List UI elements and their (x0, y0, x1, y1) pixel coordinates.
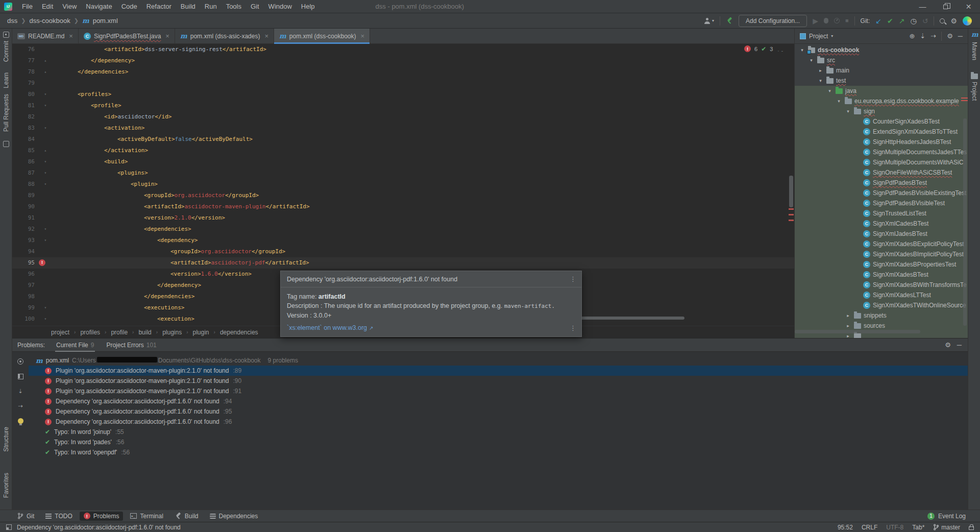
pull-requests-icon[interactable] (3, 141, 9, 147)
tab-pom-xml-dss-cookbook-[interactable]: mpom.xml (dss-cookbook)× (274, 29, 370, 43)
open-in-editor-icon[interactable] (18, 374, 23, 379)
tree-item[interactable]: ▸snippets (795, 310, 968, 321)
chevron-down-icon[interactable]: ▾ (831, 34, 833, 38)
run-icon[interactable]: ▶ (813, 17, 818, 25)
menu-window[interactable]: Window (264, 0, 297, 13)
menu-code[interactable]: Code (117, 0, 142, 13)
tree-item[interactable]: CSignMultipleDocumentsJadesTTes (795, 147, 968, 157)
editor-scrollbar[interactable] (789, 176, 793, 207)
code-line[interactable]: 92▾<dependencies> (12, 224, 794, 235)
problems-file-row[interactable]: m pom.xml C:\UsersDocuments\GitHub\dss\d… (29, 355, 968, 366)
stop-icon[interactable]: ■ (845, 18, 849, 23)
chevron-right-icon[interactable]: ▸ (845, 333, 851, 338)
add-configuration-button[interactable]: Add Configuration... (739, 15, 807, 27)
code-line[interactable]: 78▴</dependencies> (12, 66, 794, 78)
problem-row[interactable]: !Dependency 'org.asciidoctor:asciidoctor… (29, 417, 968, 427)
code-with-me-button[interactable]: ▾ (704, 18, 714, 24)
chevron-down-icon[interactable]: ▾ (836, 99, 842, 104)
sidebar-item-commit[interactable]: Commit (3, 41, 10, 62)
breadcrumb-item[interactable]: build (138, 329, 151, 336)
problem-row[interactable]: ✔Typo: In word 'pades':56 (29, 437, 968, 447)
tree-item[interactable]: CExtendSignXmlXadesBToTTest (795, 127, 968, 137)
code-line[interactable]: 94<groupId>org.asciidoctor</groupId> (12, 246, 794, 257)
fold-marker-icon[interactable]: ▾ (42, 123, 49, 134)
git-commit-check-icon[interactable]: ✔ (887, 17, 893, 25)
chevron-down-icon[interactable]: ▾ (826, 88, 833, 93)
project-tree-horizontal-scrollbar[interactable] (795, 330, 920, 333)
sidebar-item-maven[interactable]: Maven (971, 42, 978, 60)
caret-position[interactable]: 95:52 (838, 524, 853, 531)
toolwindow-button-dependencies[interactable]: Dependencies (206, 512, 262, 521)
fold-marker-icon[interactable]: ▾ (42, 100, 49, 111)
tree-item[interactable]: CSignXmlXadesLTTest (795, 290, 968, 300)
fold-marker-icon[interactable]: ▴ (42, 66, 49, 78)
close-icon[interactable]: × (264, 32, 268, 40)
code-line[interactable]: 84<activeByDefault>false</activeByDefaul… (12, 134, 794, 145)
chevron-right-icon[interactable]: ▸ (845, 323, 851, 328)
menu-run[interactable]: Run (200, 0, 222, 13)
lock-icon[interactable] (969, 526, 974, 530)
code-line[interactable]: 76<artifactId>dss-server-signing-rest</a… (12, 44, 794, 55)
menu-file[interactable]: File (17, 0, 37, 13)
sidebar-item-structure[interactable]: Structure (3, 427, 10, 452)
fold-marker-icon[interactable]: ▾ (42, 235, 49, 246)
line-separator[interactable]: CRLF (862, 524, 877, 531)
preview-eye-icon[interactable] (17, 358, 23, 365)
fold-marker-icon[interactable]: ▾ (42, 167, 49, 179)
tree-item[interactable]: CSignPdfPadesBVisibleExistingTest (795, 188, 968, 198)
restore-button[interactable] (934, 0, 957, 13)
tree-item[interactable]: ▾src (795, 55, 968, 65)
tree-item[interactable]: CSignXmlXadesBTest (795, 270, 968, 280)
menu-help[interactable]: Help (297, 0, 320, 13)
search-icon[interactable] (940, 18, 945, 23)
problem-row[interactable]: !Plugin 'org.asciidoctor:asciidoctor-mav… (29, 366, 968, 376)
tree-item[interactable]: CSignOneFileWithASiCSBTest (795, 167, 968, 178)
kebab-menu-icon[interactable]: ⋮ (570, 276, 576, 282)
profiler-icon[interactable] (834, 18, 840, 23)
tab-signpdfpadesbtest-java[interactable]: CSignPdfPadesBTest.java× (79, 29, 175, 43)
sidebar-item-learn[interactable]: Learn (3, 72, 10, 88)
error-stripe-mark[interactable] (789, 220, 794, 221)
menu-tools[interactable]: Tools (222, 0, 246, 13)
breadcrumb-item[interactable]: project (51, 329, 69, 336)
code-line[interactable]: 83▾<activation> (12, 123, 794, 134)
chevron-down-icon[interactable]: ▾ (845, 109, 851, 114)
sidebar-item-pull-requests[interactable]: Pull Requests (3, 94, 10, 132)
menu-git[interactable]: Git (246, 0, 264, 13)
history-clock-icon[interactable]: ◷ (910, 17, 916, 25)
code-line[interactable]: 88▾<plugin> (12, 179, 794, 190)
locate-file-icon[interactable]: ⊕ (909, 32, 915, 40)
hide-panel-icon[interactable]: ─ (958, 32, 963, 40)
breadcrumb-item[interactable]: profile (111, 329, 128, 336)
chevron-right-icon[interactable]: ▸ (817, 68, 824, 73)
commit-icon[interactable] (3, 32, 9, 38)
code-line[interactable]: 80▾<profiles> (12, 89, 794, 100)
tree-item[interactable]: CSignMultipleDocumentsWithASiC (795, 157, 968, 167)
code-line[interactable]: 95!<artifactId>asciidoctorj-pdf</artifac… (12, 257, 794, 269)
project-tree[interactable]: ▾dss-cookbook▾src▸main▾test▾java▾eu.euro… (794, 44, 968, 338)
code-line[interactable]: 93▾<dependency> (12, 235, 794, 246)
tree-item[interactable]: ▾test (795, 76, 968, 86)
tree-item[interactable]: ▾eu.europa.esig.dss.cookbook.example (795, 96, 968, 106)
problem-row[interactable]: !Plugin 'org.asciidoctor:asciidoctor-mav… (29, 376, 968, 386)
gear-icon[interactable]: ⚙ (950, 17, 957, 25)
tree-item[interactable]: CSignXmlXadesTWithOnlineSource (795, 300, 968, 310)
menu-edit[interactable]: Edit (37, 0, 58, 13)
fold-marker-icon[interactable]: ▾ (42, 179, 49, 190)
code-line[interactable]: 77▴</dependency> (12, 55, 794, 66)
tree-item[interactable]: CSignHttpHeadersJadesBTest (795, 137, 968, 147)
code-line[interactable]: 89<groupId>org.asciidoctor</groupId> (12, 190, 794, 201)
fold-marker-icon[interactable]: ▴ (42, 55, 49, 66)
breadcrumb-item[interactable]: pom.xml (93, 17, 118, 25)
code-line[interactable]: 85▴</activation> (12, 145, 794, 156)
error-stripe-mark[interactable] (789, 214, 794, 215)
gear-icon[interactable]: ⚙ (945, 341, 951, 349)
tree-item[interactable]: CSignPdfPadesBVisibleTest (795, 198, 968, 208)
tree-item[interactable]: ▾dss-cookbook (795, 45, 968, 55)
rollback-icon[interactable]: ↺ (922, 17, 928, 25)
code-line[interactable]: 79 (12, 78, 794, 89)
close-icon[interactable]: × (361, 32, 365, 40)
quick-fix-bulb-icon[interactable] (18, 418, 23, 424)
avatar[interactable] (963, 16, 972, 26)
fold-marker-icon[interactable]: ▾ (42, 224, 49, 235)
